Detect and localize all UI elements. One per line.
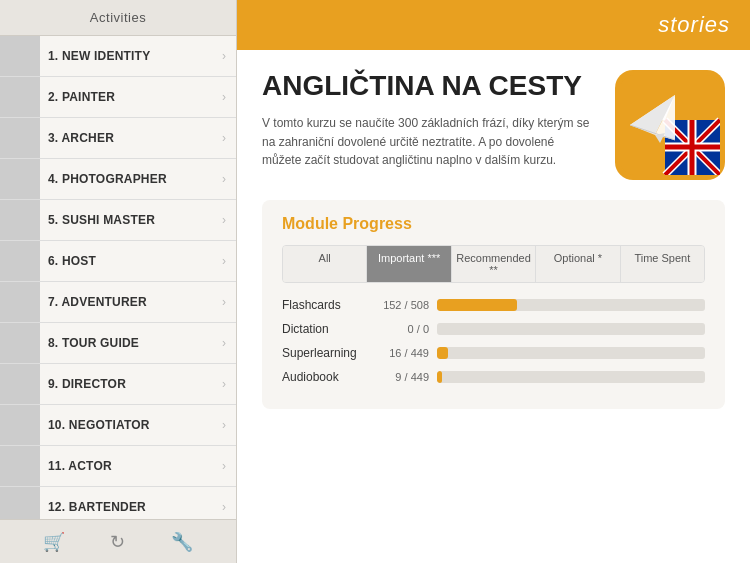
chevron-icon-5: › — [222, 213, 236, 227]
app-section: ANGLIČTINA NA CESTY V tomto kurzu se nau… — [262, 70, 725, 180]
sidebar-item-10[interactable]: 10. NEGOTIATOR › — [0, 405, 236, 446]
main-header: stories — [237, 0, 750, 50]
sidebar-label-5: 5. SUSHI MASTER — [40, 213, 222, 227]
progress-label-0: Flashcards — [282, 298, 382, 312]
sidebar-item-12[interactable]: 12. BARTENDER › — [0, 487, 236, 519]
main-content: ANGLIČTINA NA CESTY V tomto kurzu se nau… — [237, 50, 750, 563]
sidebar-label-11: 11. ACTOR — [40, 459, 222, 473]
progress-value-2: 16 / 449 — [382, 347, 437, 359]
cart-icon[interactable]: 🛒 — [43, 531, 65, 553]
module-progress-section: Module Progress AllImportant ***Recommen… — [262, 200, 725, 409]
chevron-icon-6: › — [222, 254, 236, 268]
app-icon — [615, 70, 725, 180]
progress-bar-bg-0 — [437, 299, 705, 311]
sidebar-item-7[interactable]: 7. ADVENTURER › — [0, 282, 236, 323]
sidebar-thumb-3 — [0, 118, 40, 158]
sidebar-item-2[interactable]: 2. PAINTER › — [0, 77, 236, 118]
sidebar-item-3[interactable]: 3. ARCHER › — [0, 118, 236, 159]
progress-tab-2[interactable]: Recommended ** — [452, 246, 536, 282]
sidebar-thumb-9 — [0, 364, 40, 404]
chevron-icon-9: › — [222, 377, 236, 391]
app-info: ANGLIČTINA NA CESTY V tomto kurzu se nau… — [262, 70, 595, 180]
sidebar-thumb-5 — [0, 200, 40, 240]
sidebar-thumb-1 — [0, 36, 40, 76]
sidebar-item-8[interactable]: 8. TOUR GUIDE › — [0, 323, 236, 364]
progress-value-3: 9 / 449 — [382, 371, 437, 383]
progress-label-1: Dictation — [282, 322, 382, 336]
progress-value-1: 0 / 0 — [382, 323, 437, 335]
sidebar-label-8: 8. TOUR GUIDE — [40, 336, 222, 350]
sidebar-header: Activities — [0, 0, 236, 36]
sidebar-thumb-4 — [0, 159, 40, 199]
sidebar-label-7: 7. ADVENTURER — [40, 295, 222, 309]
progress-bar-fill-0 — [437, 299, 517, 311]
app-title: ANGLIČTINA NA CESTY — [262, 70, 595, 102]
progress-bar-bg-3 — [437, 371, 705, 383]
progress-value-0: 152 / 508 — [382, 299, 437, 311]
progress-label-2: Superlearning — [282, 346, 382, 360]
progress-row-2: Superlearning 16 / 449 — [282, 346, 705, 360]
sidebar-label-6: 6. HOST — [40, 254, 222, 268]
sidebar-item-1[interactable]: 1. NEW IDENTITY › — [0, 36, 236, 77]
progress-bar-bg-1 — [437, 323, 705, 335]
sidebar-list: 1. NEW IDENTITY › 2. PAINTER › 3. ARCHER… — [0, 36, 236, 519]
sidebar-item-9[interactable]: 9. DIRECTOR › — [0, 364, 236, 405]
sidebar-footer: 🛒 ↻ 🔧 — [0, 519, 236, 563]
sidebar-thumb-2 — [0, 77, 40, 117]
sidebar-item-5[interactable]: 5. SUSHI MASTER › — [0, 200, 236, 241]
chevron-icon-1: › — [222, 49, 236, 63]
chevron-icon-7: › — [222, 295, 236, 309]
sidebar-thumb-6 — [0, 241, 40, 281]
chevron-icon-8: › — [222, 336, 236, 350]
sidebar-label-12: 12. BARTENDER — [40, 500, 222, 514]
app-description: V tomto kurzu se naučíte 300 základních … — [262, 114, 595, 170]
progress-bar-fill-3 — [437, 371, 442, 383]
progress-row-0: Flashcards 152 / 508 — [282, 298, 705, 312]
chevron-icon-10: › — [222, 418, 236, 432]
sidebar-thumb-12 — [0, 487, 40, 519]
header-title: stories — [658, 12, 730, 37]
progress-row-1: Dictation 0 / 0 — [282, 322, 705, 336]
sidebar-label-2: 2. PAINTER — [40, 90, 222, 104]
settings-icon[interactable]: 🔧 — [171, 531, 193, 553]
progress-tabs: AllImportant ***Recommended **Optional *… — [282, 245, 705, 283]
chevron-icon-12: › — [222, 500, 236, 514]
sidebar-thumb-8 — [0, 323, 40, 363]
progress-tab-4[interactable]: Time Spent — [621, 246, 704, 282]
sidebar-label-4: 4. PHOTOGRAPHER — [40, 172, 222, 186]
module-progress-title: Module Progress — [282, 215, 705, 233]
chevron-icon-4: › — [222, 172, 236, 186]
sidebar-label-10: 10. NEGOTIATOR — [40, 418, 222, 432]
sidebar-thumb-7 — [0, 282, 40, 322]
sidebar-label-1: 1. NEW IDENTITY — [40, 49, 222, 63]
sidebar-thumb-11 — [0, 446, 40, 486]
progress-tab-3[interactable]: Optional * — [536, 246, 620, 282]
progress-bar-bg-2 — [437, 347, 705, 359]
refresh-icon[interactable]: ↻ — [110, 531, 125, 553]
progress-tab-1[interactable]: Important *** — [367, 246, 451, 282]
progress-row-3: Audiobook 9 / 449 — [282, 370, 705, 384]
sidebar-item-11[interactable]: 11. ACTOR › — [0, 446, 236, 487]
progress-tab-0[interactable]: All — [283, 246, 367, 282]
sidebar-thumb-10 — [0, 405, 40, 445]
sidebar-item-6[interactable]: 6. HOST › — [0, 241, 236, 282]
chevron-icon-2: › — [222, 90, 236, 104]
chevron-icon-3: › — [222, 131, 236, 145]
progress-label-3: Audiobook — [282, 370, 382, 384]
sidebar-item-4[interactable]: 4. PHOTOGRAPHER › — [0, 159, 236, 200]
progress-bar-fill-2 — [437, 347, 448, 359]
sidebar-label-3: 3. ARCHER — [40, 131, 222, 145]
progress-rows: Flashcards 152 / 508 Dictation 0 / 0 Sup… — [282, 298, 705, 384]
chevron-icon-11: › — [222, 459, 236, 473]
sidebar-label-9: 9. DIRECTOR — [40, 377, 222, 391]
main-panel: stories ANGLIČTINA NA CESTY V tomto kurz… — [237, 0, 750, 563]
sidebar: Activities 1. NEW IDENTITY › 2. PAINTER … — [0, 0, 237, 563]
